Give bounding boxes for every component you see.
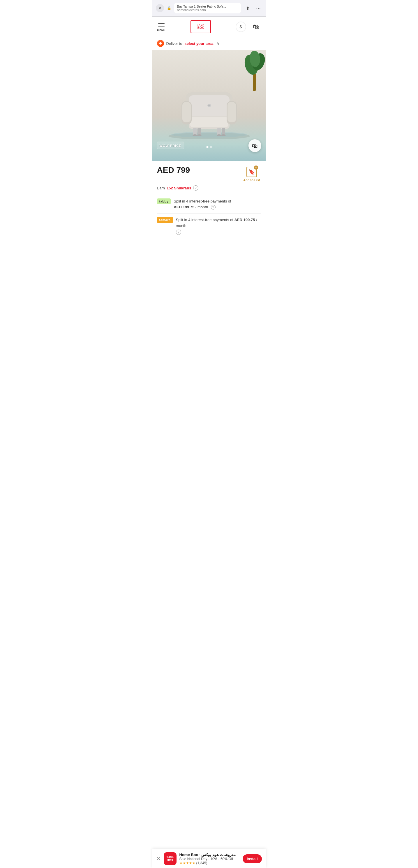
- domain-text: homeboxstores.com: [177, 8, 238, 12]
- tamara-help-icon[interactable]: ?: [176, 229, 181, 235]
- wow-price-badge: WOW PRICE: [157, 142, 184, 149]
- tabby-split-text: Split in 4 interest-free payments of: [173, 199, 231, 204]
- tamara-payment-text: Split in 4 interest-free payments of AED…: [176, 217, 261, 235]
- delivery-bar: Deliver to select your area ∨: [152, 37, 266, 50]
- tabby-logo: tabby: [157, 198, 171, 204]
- price-row: AED 799 🔖 + Add to List: [157, 165, 261, 183]
- lock-icon: 🔒: [167, 6, 171, 10]
- currency-button[interactable]: $: [236, 22, 246, 32]
- logo-home-text: HOME: [197, 24, 204, 26]
- chevron-down-icon: ∨: [217, 41, 220, 46]
- plus-badge: +: [254, 165, 258, 169]
- svg-point-2: [171, 132, 247, 137]
- location-icon: [157, 40, 164, 47]
- svg-rect-21: [253, 73, 256, 91]
- dot-2[interactable]: [210, 146, 212, 148]
- svg-rect-13: [193, 128, 197, 135]
- svg-point-20: [221, 134, 226, 136]
- browser-close-button[interactable]: ✕: [156, 4, 164, 12]
- svg-point-18: [197, 134, 201, 136]
- page-title-browser: Buy Tampa 1-Seater Fabric Sofa...: [177, 5, 238, 8]
- product-info-section: AED 799 🔖 + Add to List Earn 152 Shukran…: [152, 161, 266, 243]
- tabby-amount: AED 199.75: [173, 205, 194, 209]
- share-button[interactable]: ⬆: [244, 4, 252, 12]
- tamara-logo: tamara: [157, 217, 173, 222]
- browser-action-buttons: ⬆ ⋯: [244, 4, 262, 12]
- cart-button[interactable]: 🛍: [251, 22, 261, 32]
- tabby-period: / month: [195, 205, 208, 209]
- app-header: MENU HOME BOX $ 🛍: [152, 17, 266, 37]
- logo[interactable]: HOME BOX: [191, 20, 211, 33]
- svg-rect-16: [222, 128, 225, 135]
- add-to-list-button[interactable]: 🔖 + Add to List: [242, 165, 261, 183]
- svg-rect-8: [190, 117, 228, 127]
- bottom-spacer: [152, 243, 266, 266]
- svg-rect-10: [182, 102, 191, 122]
- select-area-link[interactable]: select your area: [184, 41, 213, 46]
- add-to-list-label: Add to List: [243, 178, 260, 182]
- tamara-amount: AED 199.75: [234, 218, 255, 222]
- deliver-to-label: Deliver to: [166, 41, 182, 46]
- dot-1[interactable]: [206, 146, 208, 148]
- svg-point-17: [193, 134, 197, 136]
- header-right-actions: $ 🛍: [236, 22, 261, 32]
- menu-line-2: [158, 25, 165, 25]
- product-price: AED 799: [157, 165, 190, 175]
- product-image-container: WOW PRICE 🛍: [152, 50, 266, 161]
- wishlist-button[interactable]: 🛍: [249, 139, 261, 152]
- svg-rect-14: [197, 128, 201, 135]
- logo-box-text: BOX: [197, 26, 204, 29]
- shukrans-help-icon[interactable]: ?: [193, 185, 198, 191]
- tamara-split-text: Split in 4 interest-free payments of: [176, 218, 233, 222]
- wow-price-text: WOW PRICE: [160, 144, 182, 148]
- tabby-payment-text: Split in 4 interest-free payments of AED…: [173, 198, 261, 210]
- svg-rect-15: [217, 128, 221, 135]
- tabby-payment-option: tabby Split in 4 interest-free payments …: [157, 195, 261, 213]
- add-to-list-icon: 🔖 +: [247, 167, 257, 177]
- address-bar[interactable]: Buy Tampa 1-Seater Fabric Sofa... homebo…: [174, 3, 241, 13]
- tamara-payment-option: tamara Split in 4 interest-free payments…: [157, 213, 261, 238]
- browser-bar: ✕ 🔒 Buy Tampa 1-Seater Fabric Sofa... ho…: [152, 0, 266, 17]
- svg-point-19: [217, 134, 221, 136]
- tabby-help-icon[interactable]: ?: [211, 205, 216, 210]
- plant-decoration: [243, 50, 266, 91]
- menu-button[interactable]: MENU: [157, 22, 166, 32]
- image-dots: [206, 146, 212, 148]
- shukrans-link[interactable]: 152 Shukrans: [167, 186, 191, 190]
- shukrans-row: Earn 152 Shukrans ?: [157, 185, 261, 191]
- menu-line-3: [158, 27, 165, 27]
- svg-point-6: [208, 104, 210, 106]
- sofa-image: [165, 72, 253, 139]
- svg-rect-12: [227, 102, 236, 122]
- more-button[interactable]: ⋯: [254, 4, 262, 12]
- menu-line-1: [158, 23, 165, 24]
- earn-label: Earn: [157, 186, 165, 190]
